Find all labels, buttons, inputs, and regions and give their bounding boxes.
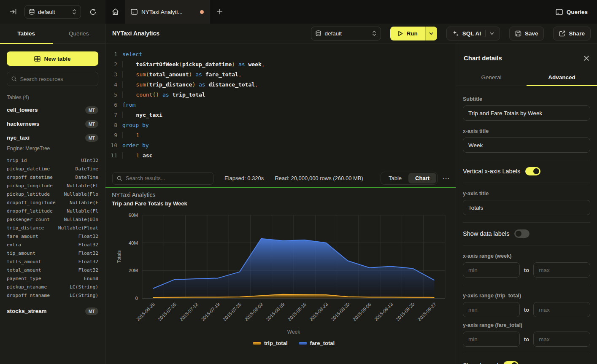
y-range-fare-min-input[interactable] bbox=[468, 336, 514, 342]
chart-plot[interactable]: Totals 020M40M60M2015-06-282015-07-05201… bbox=[105, 188, 456, 364]
column-row: trip_idUInt32 bbox=[7, 156, 98, 165]
more-options-icon[interactable]: ⋯ bbox=[443, 174, 450, 182]
editor-line: 10order by bbox=[105, 140, 456, 151]
results-search-input[interactable] bbox=[126, 175, 209, 181]
section-divider bbox=[463, 222, 590, 223]
queries-button[interactable]: Queries bbox=[556, 9, 588, 15]
show-data-labels-label: Show data labels bbox=[463, 230, 509, 237]
x-range-min-input[interactable] bbox=[468, 267, 514, 273]
table-row[interactable]: stocks_streamMT bbox=[0, 304, 105, 318]
svg-text:2015-06-28: 2015-06-28 bbox=[135, 302, 156, 322]
home-icon bbox=[112, 8, 119, 15]
table-row[interactable]: hackernewsMT bbox=[0, 117, 105, 131]
show-data-labels-toggle[interactable] bbox=[514, 229, 529, 238]
svg-text:Totals: Totals bbox=[116, 250, 122, 263]
column-row: pickup_ntanameLC(String) bbox=[7, 283, 98, 291]
panel-tab-advanced[interactable]: Advanced bbox=[527, 69, 597, 86]
x-axis-title: Week bbox=[142, 329, 445, 335]
line-code: 1 asc bbox=[122, 151, 152, 161]
svg-text:2015-08-23: 2015-08-23 bbox=[308, 302, 329, 322]
svg-text:2015-07-05: 2015-07-05 bbox=[157, 302, 177, 322]
save-button[interactable]: Save bbox=[509, 27, 544, 40]
y-range-trip-max-input[interactable] bbox=[539, 307, 585, 313]
sidebar-tab-tables[interactable]: Tables bbox=[0, 24, 53, 43]
svg-text:20M: 20M bbox=[129, 268, 138, 273]
subtitle-input[interactable] bbox=[468, 110, 585, 116]
queries-button-label: Queries bbox=[567, 9, 588, 15]
x-range-max-input[interactable] bbox=[539, 267, 585, 273]
column-type: Float32 bbox=[78, 266, 98, 275]
x-axis-title-input[interactable] bbox=[468, 142, 585, 148]
legend-item-trip_total[interactable]: trip_total bbox=[253, 340, 288, 346]
line-code: nyc_taxi bbox=[122, 110, 162, 120]
sql-ai-button[interactable]: SQL AI bbox=[446, 27, 500, 40]
query-toolbar: NYTaxi Analytics default Run SQL AI bbox=[105, 24, 597, 43]
sql-editor[interactable]: 1select2 toStartOfWeek(pickup_datetime) … bbox=[105, 43, 456, 169]
column-name: extra bbox=[7, 241, 21, 249]
run-button[interactable]: Run bbox=[390, 27, 425, 40]
refresh-button[interactable] bbox=[87, 6, 99, 18]
section-divider bbox=[463, 245, 590, 245]
legend-item-fare_total[interactable]: fare_total bbox=[299, 340, 335, 346]
home-button[interactable] bbox=[105, 0, 125, 24]
collapse-sidebar-button[interactable] bbox=[7, 6, 19, 18]
view-toggle: Table Chart bbox=[381, 172, 438, 185]
engine-badge: MT bbox=[85, 307, 98, 315]
panel-title: Chart details bbox=[464, 54, 583, 62]
app-root: default NYTaxi Analyti... Queri bbox=[0, 0, 597, 364]
y-range-trip-min-input[interactable] bbox=[468, 307, 514, 313]
toolbar-actions: default Run SQL AI Save bbox=[311, 27, 591, 40]
svg-text:2015-07-12: 2015-07-12 bbox=[178, 302, 199, 322]
column-row: tip_amountFloat32 bbox=[7, 249, 98, 258]
line-number: 10 bbox=[105, 140, 117, 151]
sidebar-search-input[interactable] bbox=[20, 76, 94, 82]
chart-legend: trip_totalfare_total bbox=[142, 340, 445, 346]
panel-tab-general[interactable]: General bbox=[456, 69, 527, 86]
tab-strip: NYTaxi Analyti... bbox=[105, 0, 556, 24]
svg-text:2015-08-30: 2015-08-30 bbox=[330, 302, 350, 322]
view-toggle-table[interactable]: Table bbox=[382, 173, 408, 183]
toolbar-database-value: default bbox=[324, 30, 369, 37]
table-row[interactable]: cell_towersMT bbox=[0, 103, 105, 117]
column-type: Nullable(UIn bbox=[64, 216, 98, 224]
save-button-label: Save bbox=[525, 30, 538, 37]
editor-line: 11 1 asc bbox=[105, 151, 456, 161]
column-name: pickup_datetime bbox=[7, 165, 50, 173]
line-number: 8 bbox=[105, 120, 117, 130]
close-panel-button[interactable] bbox=[583, 55, 589, 61]
table-row[interactable]: nyc_taxiMT bbox=[0, 131, 105, 145]
editor-line: 6from bbox=[105, 100, 456, 110]
run-options-button[interactable] bbox=[425, 27, 437, 40]
tab-title: NYTaxi Analyti... bbox=[141, 9, 183, 15]
column-name: trip_id bbox=[7, 156, 27, 165]
column-name: dropoff_ntaname bbox=[7, 291, 50, 300]
toolbar-database-selector[interactable]: default bbox=[311, 27, 381, 40]
vertical-x-labels-toggle[interactable] bbox=[525, 167, 540, 175]
column-name: tolls_amount bbox=[7, 258, 41, 266]
new-table-button[interactable]: New table bbox=[7, 51, 98, 66]
tab-nytaxi-analytics[interactable]: NYTaxi Analyti... bbox=[125, 0, 210, 24]
share-button[interactable]: Share bbox=[553, 27, 591, 40]
run-button-group: Run bbox=[390, 27, 437, 40]
column-type: Enum8 bbox=[84, 275, 98, 283]
sparkles-icon bbox=[452, 30, 459, 37]
table-name: nyc_taxi bbox=[7, 135, 85, 141]
chevron-down-icon[interactable] bbox=[490, 32, 494, 35]
y-range-fare-max-input[interactable] bbox=[539, 336, 585, 342]
database-selector[interactable]: default bbox=[24, 5, 81, 19]
column-name: trip_distance bbox=[7, 224, 44, 232]
view-toggle-chart[interactable]: Chart bbox=[408, 173, 436, 183]
plus-icon bbox=[217, 9, 223, 15]
range-to-label: to bbox=[524, 267, 529, 273]
column-type: Nullable(Float bbox=[58, 224, 98, 232]
y-axis-title-input[interactable] bbox=[468, 205, 585, 211]
sidebar-search[interactable] bbox=[7, 72, 98, 86]
show-legend-toggle[interactable] bbox=[503, 361, 519, 364]
line-code: sum(trip_distance) as distance_total, bbox=[122, 80, 258, 90]
sidebar-tab-queries[interactable]: Queries bbox=[53, 24, 105, 43]
toggle-knob bbox=[533, 168, 539, 174]
new-tab-button[interactable] bbox=[210, 0, 230, 24]
results-search[interactable] bbox=[112, 172, 213, 185]
new-table-label: New table bbox=[44, 56, 70, 62]
column-row: pickup_latitudeNullable(Flo bbox=[7, 190, 98, 199]
